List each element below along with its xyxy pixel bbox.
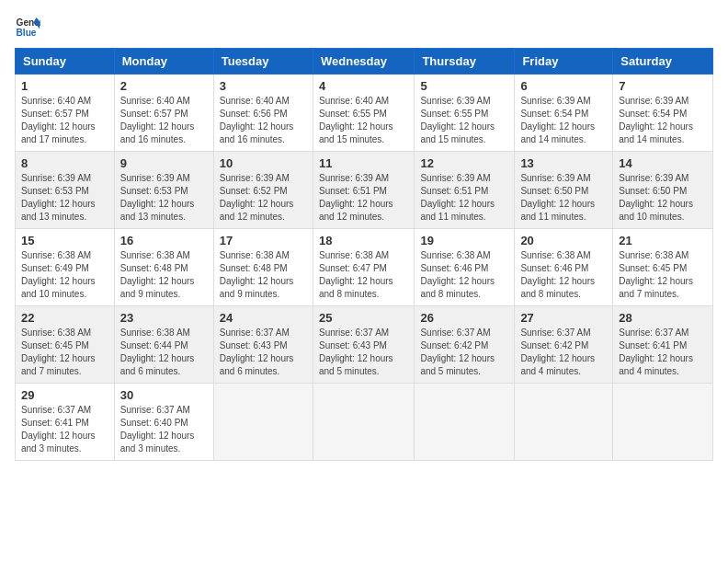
day-number: 28 xyxy=(619,311,707,325)
day-number: 11 xyxy=(319,156,408,170)
day-number: 6 xyxy=(520,79,607,93)
day-info: Sunrise: 6:39 AM Sunset: 6:53 PM Dayligh… xyxy=(120,172,208,224)
week-row-1: 1Sunrise: 6:40 AM Sunset: 6:57 PM Daylig… xyxy=(16,75,713,152)
day-info: Sunrise: 6:37 AM Sunset: 6:43 PM Dayligh… xyxy=(220,327,307,378)
calendar-cell: 30Sunrise: 6:37 AM Sunset: 6:40 PM Dayli… xyxy=(114,384,213,461)
week-row-5: 29Sunrise: 6:37 AM Sunset: 6:41 PM Dayli… xyxy=(16,384,713,461)
day-info: Sunrise: 6:38 AM Sunset: 6:49 PM Dayligh… xyxy=(21,249,108,301)
day-header-thursday: Thursday xyxy=(415,49,515,75)
day-number: 29 xyxy=(21,388,108,402)
day-number: 20 xyxy=(520,234,607,247)
day-info: Sunrise: 6:39 AM Sunset: 6:50 PM Dayligh… xyxy=(619,172,707,224)
day-info: Sunrise: 6:38 AM Sunset: 6:44 PM Dayligh… xyxy=(120,327,208,378)
day-number: 27 xyxy=(520,311,607,325)
day-info: Sunrise: 6:40 AM Sunset: 6:56 PM Dayligh… xyxy=(220,95,307,146)
day-info: Sunrise: 6:39 AM Sunset: 6:54 PM Dayligh… xyxy=(619,95,707,146)
calendar-cell: 28Sunrise: 6:37 AM Sunset: 6:41 PM Dayli… xyxy=(613,306,713,384)
calendar-cell: 7Sunrise: 6:39 AM Sunset: 6:54 PM Daylig… xyxy=(613,75,713,152)
week-row-2: 8Sunrise: 6:39 AM Sunset: 6:53 PM Daylig… xyxy=(16,152,713,229)
day-number: 25 xyxy=(319,311,408,325)
day-number: 4 xyxy=(319,79,408,93)
day-number: 12 xyxy=(420,156,508,170)
calendar-cell: 26Sunrise: 6:37 AM Sunset: 6:42 PM Dayli… xyxy=(415,306,515,384)
day-number: 7 xyxy=(619,79,707,93)
day-number: 13 xyxy=(520,156,607,170)
day-info: Sunrise: 6:38 AM Sunset: 6:46 PM Dayligh… xyxy=(520,249,607,301)
day-number: 21 xyxy=(619,234,707,247)
day-header-wednesday: Wednesday xyxy=(313,49,414,75)
day-header-monday: Monday xyxy=(114,49,213,75)
calendar-cell: 9Sunrise: 6:39 AM Sunset: 6:53 PM Daylig… xyxy=(114,152,213,229)
week-row-3: 15Sunrise: 6:38 AM Sunset: 6:49 PM Dayli… xyxy=(16,229,713,306)
logo-icon: General Blue xyxy=(15,15,40,40)
day-info: Sunrise: 6:38 AM Sunset: 6:47 PM Dayligh… xyxy=(319,249,408,301)
calendar-cell: 25Sunrise: 6:37 AM Sunset: 6:43 PM Dayli… xyxy=(313,306,414,384)
svg-text:Blue: Blue xyxy=(17,28,37,38)
day-info: Sunrise: 6:40 AM Sunset: 6:57 PM Dayligh… xyxy=(21,95,108,146)
calendar-cell: 18Sunrise: 6:38 AM Sunset: 6:47 PM Dayli… xyxy=(313,229,414,306)
calendar-cell: 2Sunrise: 6:40 AM Sunset: 6:57 PM Daylig… xyxy=(114,75,213,152)
calendar-cell: 12Sunrise: 6:39 AM Sunset: 6:51 PM Dayli… xyxy=(415,152,515,229)
day-info: Sunrise: 6:38 AM Sunset: 6:48 PM Dayligh… xyxy=(220,249,307,301)
calendar-cell: 17Sunrise: 6:38 AM Sunset: 6:48 PM Dayli… xyxy=(213,229,313,306)
day-info: Sunrise: 6:37 AM Sunset: 6:42 PM Dayligh… xyxy=(520,327,607,378)
day-number: 10 xyxy=(220,156,307,170)
day-number: 15 xyxy=(21,234,108,247)
calendar-cell: 20Sunrise: 6:38 AM Sunset: 6:46 PM Dayli… xyxy=(515,229,613,306)
calendar-cell: 29Sunrise: 6:37 AM Sunset: 6:41 PM Dayli… xyxy=(16,384,115,461)
day-info: Sunrise: 6:37 AM Sunset: 6:41 PM Dayligh… xyxy=(619,327,707,378)
calendar-cell: 11Sunrise: 6:39 AM Sunset: 6:51 PM Dayli… xyxy=(313,152,414,229)
calendar-cell: 13Sunrise: 6:39 AM Sunset: 6:50 PM Dayli… xyxy=(515,152,613,229)
day-info: Sunrise: 6:39 AM Sunset: 6:54 PM Dayligh… xyxy=(520,95,607,146)
week-row-4: 22Sunrise: 6:38 AM Sunset: 6:45 PM Dayli… xyxy=(16,306,713,384)
calendar-cell xyxy=(613,384,713,461)
day-number: 2 xyxy=(120,79,208,93)
day-info: Sunrise: 6:39 AM Sunset: 6:51 PM Dayligh… xyxy=(420,172,508,224)
day-header-tuesday: Tuesday xyxy=(213,49,313,75)
calendar-table: SundayMondayTuesdayWednesdayThursdayFrid… xyxy=(15,48,713,461)
logo: General Blue xyxy=(15,15,44,40)
day-number: 9 xyxy=(120,156,208,170)
calendar-cell: 16Sunrise: 6:38 AM Sunset: 6:48 PM Dayli… xyxy=(114,229,213,306)
day-number: 17 xyxy=(220,234,307,247)
calendar-cell: 27Sunrise: 6:37 AM Sunset: 6:42 PM Dayli… xyxy=(515,306,613,384)
day-info: Sunrise: 6:38 AM Sunset: 6:45 PM Dayligh… xyxy=(21,327,108,378)
day-header-sunday: Sunday xyxy=(16,49,115,75)
calendar-cell: 8Sunrise: 6:39 AM Sunset: 6:53 PM Daylig… xyxy=(16,152,115,229)
day-info: Sunrise: 6:38 AM Sunset: 6:45 PM Dayligh… xyxy=(619,249,707,301)
calendar-cell: 24Sunrise: 6:37 AM Sunset: 6:43 PM Dayli… xyxy=(213,306,313,384)
day-header-friday: Friday xyxy=(515,49,613,75)
day-number: 1 xyxy=(21,79,108,93)
day-info: Sunrise: 6:37 AM Sunset: 6:41 PM Dayligh… xyxy=(21,404,108,455)
calendar-header-row: SundayMondayTuesdayWednesdayThursdayFrid… xyxy=(16,49,713,75)
day-info: Sunrise: 6:37 AM Sunset: 6:43 PM Dayligh… xyxy=(319,327,408,378)
day-info: Sunrise: 6:37 AM Sunset: 6:42 PM Dayligh… xyxy=(420,327,508,378)
calendar-cell: 14Sunrise: 6:39 AM Sunset: 6:50 PM Dayli… xyxy=(613,152,713,229)
day-number: 26 xyxy=(420,311,508,325)
day-number: 18 xyxy=(319,234,408,247)
day-info: Sunrise: 6:39 AM Sunset: 6:53 PM Dayligh… xyxy=(21,172,108,224)
day-info: Sunrise: 6:40 AM Sunset: 6:57 PM Dayligh… xyxy=(120,95,208,146)
calendar-cell: 3Sunrise: 6:40 AM Sunset: 6:56 PM Daylig… xyxy=(213,75,313,152)
day-info: Sunrise: 6:39 AM Sunset: 6:50 PM Dayligh… xyxy=(520,172,607,224)
calendar-cell: 4Sunrise: 6:40 AM Sunset: 6:55 PM Daylig… xyxy=(313,75,414,152)
day-number: 3 xyxy=(220,79,307,93)
day-info: Sunrise: 6:38 AM Sunset: 6:48 PM Dayligh… xyxy=(120,249,208,301)
calendar-cell xyxy=(213,384,313,461)
day-number: 16 xyxy=(120,234,208,247)
calendar-cell: 19Sunrise: 6:38 AM Sunset: 6:46 PM Dayli… xyxy=(415,229,515,306)
calendar-cell: 21Sunrise: 6:38 AM Sunset: 6:45 PM Dayli… xyxy=(613,229,713,306)
calendar-cell: 6Sunrise: 6:39 AM Sunset: 6:54 PM Daylig… xyxy=(515,75,613,152)
day-info: Sunrise: 6:39 AM Sunset: 6:51 PM Dayligh… xyxy=(319,172,408,224)
day-number: 14 xyxy=(619,156,707,170)
calendar-cell: 5Sunrise: 6:39 AM Sunset: 6:55 PM Daylig… xyxy=(415,75,515,152)
day-number: 5 xyxy=(420,79,508,93)
day-info: Sunrise: 6:40 AM Sunset: 6:55 PM Dayligh… xyxy=(319,95,408,146)
day-info: Sunrise: 6:39 AM Sunset: 6:52 PM Dayligh… xyxy=(220,172,307,224)
calendar-cell: 23Sunrise: 6:38 AM Sunset: 6:44 PM Dayli… xyxy=(114,306,213,384)
day-number: 24 xyxy=(220,311,307,325)
day-info: Sunrise: 6:39 AM Sunset: 6:55 PM Dayligh… xyxy=(420,95,508,146)
day-header-saturday: Saturday xyxy=(613,49,713,75)
calendar-cell xyxy=(313,384,414,461)
page-header: General Blue xyxy=(15,15,713,40)
